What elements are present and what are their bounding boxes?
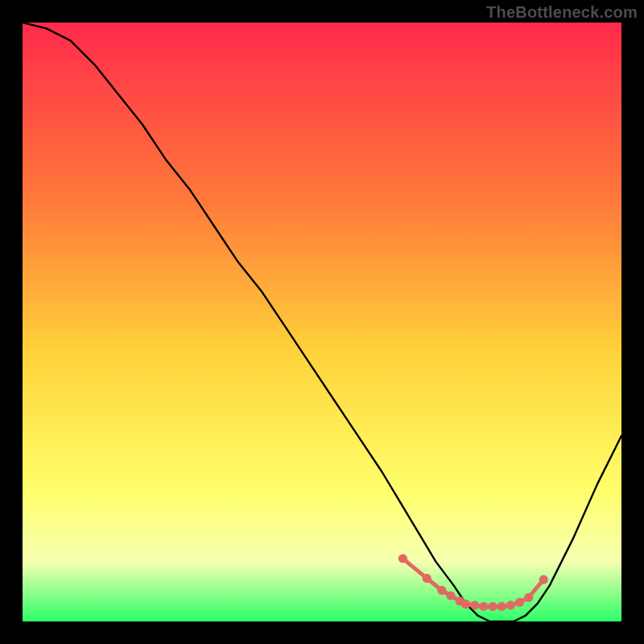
marker-dot (437, 586, 446, 595)
chart-svg (23, 23, 621, 621)
gradient-background (23, 23, 621, 621)
marker-dot (398, 554, 407, 563)
marker-dot (506, 601, 515, 609)
marker-dot (524, 593, 533, 602)
marker-dot (470, 601, 479, 609)
chart-stage: TheBottleneck.com (0, 0, 644, 644)
watermark-text: TheBottleneck.com (486, 3, 638, 22)
marker-dot (515, 598, 524, 607)
marker-dot (488, 602, 497, 611)
marker-dot (423, 574, 431, 583)
marker-dot (479, 602, 488, 611)
marker-dot (461, 600, 470, 609)
bottleneck-chart (23, 23, 621, 621)
marker-dot (497, 602, 506, 611)
marker-dot (446, 591, 455, 600)
marker-dot (539, 575, 548, 584)
